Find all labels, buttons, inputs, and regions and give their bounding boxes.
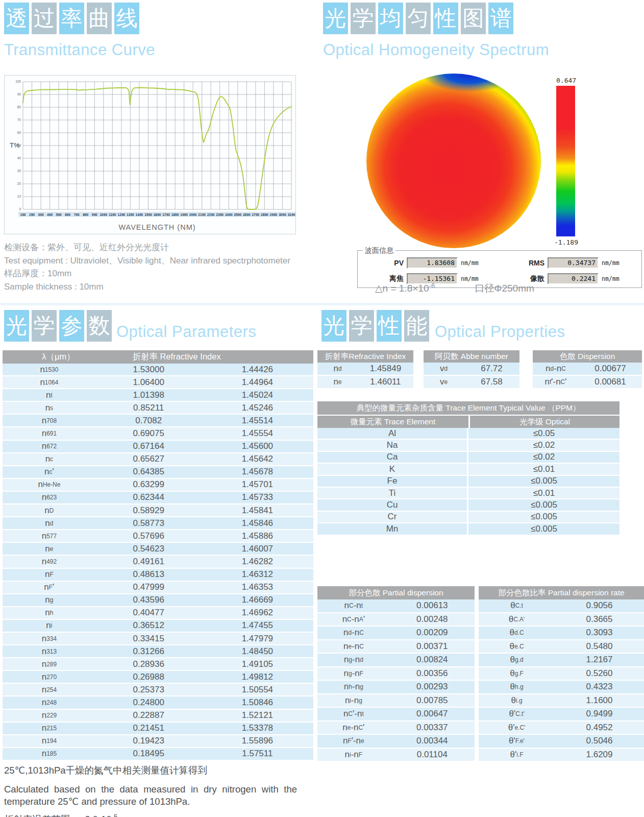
table-cell: n313 <box>3 645 96 657</box>
svg-text:T%: T% <box>10 141 20 149</box>
table-cell: 1.48450 <box>202 645 313 657</box>
table-cell: 0.54623 <box>96 543 202 555</box>
svg-text:390: 390 <box>38 213 44 217</box>
svg-text:2790: 2790 <box>252 213 260 217</box>
table-cell: ≤0.01 <box>468 488 620 498</box>
homogeneity-title-cn: 光 学 均 匀 性 图 谱 <box>323 3 513 34</box>
table-cell: n185 <box>3 748 96 760</box>
svg-text:30: 30 <box>17 169 21 173</box>
title-char: 能 <box>404 310 429 342</box>
table-cell: nF' <box>3 582 96 593</box>
table-cell: θ'C.t' <box>479 708 555 720</box>
svg-text:2490: 2490 <box>225 213 233 217</box>
table-cell: Cr <box>317 512 468 522</box>
table-cell: 1.46962 <box>202 607 313 619</box>
datasheet-page: 透 过 率 曲 线 Transmittance Curve 0102030405… <box>0 0 644 817</box>
footnote-cn: 25℃,1013hPa干燥的氮气中相关测量值计算得到 <box>4 764 297 777</box>
note-line: 检测设备：紫外、可见、近红外分光光度计 <box>4 241 310 254</box>
note-line: Sample thickness : 10mm <box>4 280 310 294</box>
footnotes: 25℃,1013hPa干燥的氮气中相关测量值计算得到 Calculated ba… <box>4 764 297 817</box>
table-cell: nc <box>3 453 96 465</box>
table-row: ng-nd0.00824 <box>317 654 475 667</box>
table-cell: θC.A' <box>479 613 555 626</box>
svg-text:690: 690 <box>65 213 70 217</box>
table-body: nd1.45849ne1.46011 <box>317 363 413 389</box>
homogeneity-title-en: Optical Homogeneity Spectrum <box>323 41 549 59</box>
title-char: 匀 <box>406 3 431 34</box>
table-cell: ns <box>3 402 96 414</box>
table-cell: 0.22887 <box>96 710 202 722</box>
table-cell: 0.5480 <box>555 640 644 653</box>
table-row: θ'F.e'0.5046 <box>479 735 644 749</box>
table-cell: θg.F <box>479 667 555 680</box>
table-row: θe.C0.5480 <box>479 640 644 654</box>
table-cell: 0.00677 <box>579 363 642 375</box>
table-cell: ni-ng <box>317 694 390 707</box>
table-cell: 0.00356 <box>390 667 475 680</box>
table-cell: 0.69075 <box>96 427 202 439</box>
table-cell: 1.47455 <box>202 620 313 632</box>
table-row: nC-nt0.00613 <box>317 599 475 613</box>
table-cell: 0.47999 <box>96 582 202 593</box>
table-cell: θ'F.e' <box>479 735 555 748</box>
table-cell: 1.06400 <box>96 376 202 388</box>
svg-text:1690: 1690 <box>154 213 161 217</box>
colorbar-min-label: -1.189 <box>554 238 578 246</box>
table-cell: 0.4952 <box>555 722 644 734</box>
table-cell: 0.00681 <box>579 376 642 388</box>
table-cell: 0.00293 <box>390 681 475 693</box>
table-cell: 0.33415 <box>96 633 202 644</box>
table-row: nF'-ne0.00344 <box>317 735 475 749</box>
table-cell: 1.46282 <box>202 556 313 567</box>
svg-text:2090: 2090 <box>189 213 197 217</box>
svg-text:2290: 2290 <box>207 213 215 217</box>
refractive-index-parameter-table: λ（μm） 折射率 Refractive Index n15301.530001… <box>3 350 313 761</box>
table-cell: nd-nC <box>317 627 390 639</box>
title-char: 过 <box>32 3 57 34</box>
table-header: λ（μm） 折射率 Refractive Index <box>3 350 313 364</box>
table-cell: Ti <box>317 488 468 498</box>
table-header: 折射率Refractive Index <box>317 350 413 363</box>
table-cell: 1.49812 <box>202 671 313 683</box>
aperture-value: 口径Φ250mm <box>475 282 534 295</box>
astigmatism-value: 0.2241 <box>548 273 599 284</box>
table-cell: 1.47979 <box>202 633 313 644</box>
table-cell: 1.46312 <box>202 569 313 581</box>
table-cell: nF'-ne <box>317 735 390 748</box>
table-cell: 1.52121 <box>202 710 313 722</box>
table-cell: 0.85211 <box>96 402 202 414</box>
table-cell: Mn <box>317 523 468 534</box>
defocus-unit: nm/mm <box>461 275 508 282</box>
table-row: nc0.656271.45642 <box>3 453 313 466</box>
svg-text:1290: 1290 <box>118 213 126 217</box>
table-row: n2150.214511.53378 <box>3 723 313 735</box>
table-cell: ≤0.005 <box>468 523 620 534</box>
table-cell: 1.45678 <box>202 466 313 478</box>
table-row: ne-nC'0.00337 <box>317 722 475 735</box>
table-title: 典型的微量元素杂质含量 Trace Element Typical Value … <box>317 401 620 415</box>
note-line: 样品厚度：10mm <box>4 267 310 280</box>
table-cell: n623 <box>3 492 96 503</box>
table-cell: 1.44964 <box>202 376 313 388</box>
table-row: Al≤0.05 <box>317 428 620 440</box>
table-row: nHe-Ne0.632991.45701 <box>3 479 313 492</box>
table-cell: 67.58 <box>464 376 519 388</box>
table-cell: ≤0.005 <box>468 512 620 522</box>
table-cell: nD <box>3 504 96 516</box>
table-row: Fe≤0.005 <box>317 476 620 488</box>
title-char: 光 <box>323 3 348 34</box>
table-cell: 1.46353 <box>202 582 313 593</box>
table-cell: n270 <box>3 671 96 683</box>
table-row: ni-nF0.01104 <box>317 749 475 762</box>
abbe-number-table: 阿贝数 Abbe number vd67.72ve67.58 <box>424 350 519 389</box>
table-cell: 1.45846 <box>202 517 313 529</box>
table-cell: Na <box>317 440 468 450</box>
table-row: n15301.530001.44426 <box>3 364 313 376</box>
table-cell: ng <box>3 594 96 606</box>
table-row: ni0.365121.47455 <box>3 620 313 633</box>
table-row: ng0.435961.46669 <box>3 594 313 607</box>
table-cell: nt <box>3 389 96 401</box>
table-cell: n708 <box>3 415 96 426</box>
table-body: vd67.72ve67.58 <box>424 363 519 389</box>
title-char: 学 <box>32 310 57 342</box>
